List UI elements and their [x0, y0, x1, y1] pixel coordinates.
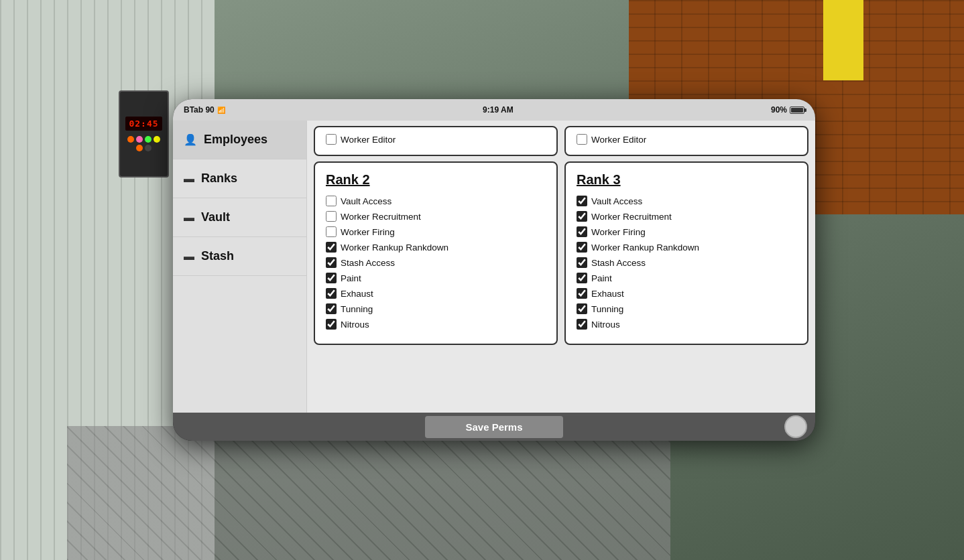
sidebar: 👤 Employees ▬ Ranks ▬ Vault ▬ Stash: [173, 121, 307, 413]
checkbox-worker-editor-rank2[interactable]: [577, 134, 587, 145]
checkbox-tunning-r3[interactable]: [577, 303, 587, 314]
vault-icon: ▬: [184, 212, 194, 224]
checkbox-tunning-r2[interactable]: [326, 303, 337, 314]
perm-label-nitrous-r2: Nitrous: [341, 320, 369, 330]
timer-circle: [145, 145, 152, 151]
checkbox-vault-access-r2[interactable]: [326, 196, 337, 206]
battery-icon: [790, 107, 804, 114]
perm-label-exhaust-r3: Exhaust: [591, 289, 624, 299]
perm-label-paint-r3: Paint: [591, 273, 612, 283]
timer-circle: [154, 136, 160, 143]
perm-tunning-r3: Tunning: [577, 303, 796, 314]
rank-card-3: Rank 3 Vault Access Worker Recruitment W…: [564, 161, 808, 345]
save-perms-button[interactable]: Save Perms: [425, 416, 562, 438]
timer-panel: 02:45: [119, 90, 169, 178]
sidebar-item-employees[interactable]: 👤 Employees: [173, 121, 306, 159]
perm-label-vault-access-r3: Vault Access: [591, 196, 642, 206]
checkbox-worker-recruitment-r3[interactable]: [577, 211, 587, 222]
perm-worker-recruitment-r3: Worker Recruitment: [577, 211, 796, 222]
perm-worker-firing-r2: Worker Firing: [326, 226, 546, 237]
partial-cards-row: Worker Editor Worker Editor: [314, 126, 808, 156]
perm-worker-editor-rank2-partial: Worker Editor: [577, 134, 796, 145]
floor-grating: [67, 426, 670, 560]
perm-worker-recruitment-r2: Worker Recruitment: [326, 211, 546, 222]
perm-nitrous-r3: Nitrous: [577, 319, 796, 330]
timer-circles: [125, 136, 162, 151]
perm-label-tunning-r2: Tunning: [341, 304, 373, 314]
bottom-bar: Save Perms: [173, 413, 815, 441]
perm-nitrous-r2: Nitrous: [326, 319, 546, 330]
yellow-stripe: [823, 0, 863, 80]
checkbox-stash-access-r3[interactable]: [577, 257, 587, 268]
checkbox-worker-recruitment-r2[interactable]: [326, 211, 337, 222]
checkbox-worker-firing-r2[interactable]: [326, 226, 337, 237]
checkbox-worker-firing-r3[interactable]: [577, 226, 587, 237]
perm-vault-access-r3: Vault Access: [577, 196, 796, 206]
rank-card-partial-2: Worker Editor: [564, 126, 808, 156]
perm-exhaust-r3: Exhaust: [577, 288, 796, 299]
rank-2-title: Rank 2: [326, 172, 546, 188]
perm-worker-firing-r3: Worker Firing: [577, 226, 796, 237]
content-area: 👤 Employees ▬ Ranks ▬ Vault ▬ Stash: [173, 121, 815, 413]
status-time: 9:19 AM: [483, 105, 514, 115]
tablet: BTab 90 📶 9:19 AM 90% 👤 Employees ▬ Rank…: [173, 99, 815, 441]
main-content: Worker Editor Worker Editor: [307, 121, 815, 413]
rank-card-partial-1: Worker Editor: [314, 126, 558, 156]
sidebar-label-vault: Vault: [201, 210, 230, 224]
sidebar-label-ranks: Ranks: [201, 171, 237, 186]
checkbox-worker-rankup-r3[interactable]: [577, 242, 587, 253]
main-cards-row: Rank 2 Vault Access Worker Recruitment W…: [314, 161, 808, 345]
perm-paint-r3: Paint: [577, 273, 796, 283]
sidebar-item-vault[interactable]: ▬ Vault: [173, 198, 306, 237]
checkbox-exhaust-r2[interactable]: [326, 288, 337, 299]
battery-fill: [791, 108, 803, 113]
perm-label-tunning-r3: Tunning: [591, 304, 623, 314]
checkbox-nitrous-r2[interactable]: [326, 319, 337, 330]
timer-circle: [136, 145, 143, 151]
checkbox-exhaust-r3[interactable]: [577, 288, 587, 299]
perm-label-nitrous-r3: Nitrous: [591, 320, 620, 330]
perm-label: Worker Editor: [341, 135, 396, 145]
perm-paint-r2: Paint: [326, 273, 546, 283]
perm-worker-rankup-r3: Worker Rankup Rankdown: [577, 242, 796, 253]
timer-circle: [136, 136, 143, 143]
checkbox-paint-r3[interactable]: [577, 273, 587, 283]
perm-vault-access-r2: Vault Access: [326, 196, 546, 206]
sidebar-label-employees: Employees: [204, 133, 267, 147]
status-right: 90%: [771, 105, 804, 115]
sidebar-item-ranks[interactable]: ▬ Ranks: [173, 159, 306, 198]
checkbox-paint-r2[interactable]: [326, 273, 337, 283]
perm-label-worker-firing-r3: Worker Firing: [591, 227, 646, 237]
perm-label-stash-access-r3: Stash Access: [591, 258, 646, 268]
rank-card-2: Rank 2 Vault Access Worker Recruitment W…: [314, 161, 558, 345]
checkbox-worker-editor-rank1[interactable]: [326, 134, 337, 145]
perm-label-worker-recruitment-r3: Worker Recruitment: [591, 212, 672, 222]
battery-percentage: 90%: [771, 105, 787, 115]
perm-stash-access-r3: Stash Access: [577, 257, 796, 268]
perm-label-paint-r2: Paint: [341, 273, 361, 283]
perm-tunning-r2: Tunning: [326, 303, 546, 314]
perm-stash-access-r2: Stash Access: [326, 257, 546, 268]
checkbox-vault-access-r3[interactable]: [577, 196, 587, 206]
status-bar: BTab 90 📶 9:19 AM 90%: [173, 99, 815, 121]
sidebar-label-stash: Stash: [201, 249, 234, 263]
checkbox-nitrous-r3[interactable]: [577, 319, 587, 330]
ranks-icon: ▬: [184, 173, 194, 185]
timer-circle: [145, 136, 152, 143]
perm-label-worker-firing-r2: Worker Firing: [341, 227, 395, 237]
perm-label-vault-access-r2: Vault Access: [341, 196, 391, 206]
sidebar-item-stash[interactable]: ▬ Stash: [173, 237, 306, 276]
perm-label-worker-rankup-r2: Worker Rankup Rankdown: [341, 242, 448, 253]
perm-label-worker-rankup-r3: Worker Rankup Rankdown: [591, 242, 699, 253]
checkbox-stash-access-r2[interactable]: [326, 257, 337, 268]
perm-label-worker-recruitment-r2: Worker Recruitment: [341, 212, 421, 222]
checkbox-worker-rankup-r2[interactable]: [326, 242, 337, 253]
wifi-icon: 📶: [217, 107, 225, 114]
person-icon: 👤: [184, 133, 197, 146]
perm-label-stash-access-r2: Stash Access: [341, 258, 395, 268]
stash-icon: ▬: [184, 251, 194, 263]
perm-exhaust-r2: Exhaust: [326, 288, 546, 299]
home-button[interactable]: [784, 415, 807, 438]
perm-label-exhaust-r2: Exhaust: [341, 289, 373, 299]
timer-circle: [127, 136, 134, 143]
